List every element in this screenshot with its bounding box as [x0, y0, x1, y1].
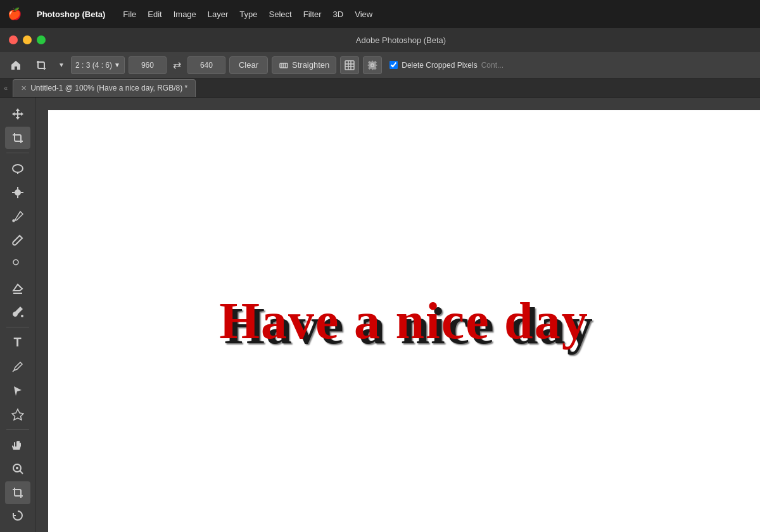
main-area: T: [0, 98, 760, 532]
svg-point-19: [21, 315, 23, 317]
straighten-icon: [279, 60, 289, 70]
tab-close-icon[interactable]: ✕: [21, 84, 27, 92]
gear-icon: [367, 60, 377, 70]
aspect-ratio-chevron-icon: ▼: [114, 61, 120, 68]
svg-point-9: [13, 165, 23, 172]
options-bar: ▼ 2 : 3 (4 : 6) ▼ ⇄ Clear Straighten: [0, 52, 760, 79]
collapse-icon[interactable]: «: [4, 84, 8, 92]
window-title: Adobe Photoshop (Beta): [51, 35, 751, 45]
aspect-ratio-dropdown[interactable]: 2 : 3 (4 : 6) ▼: [71, 56, 125, 74]
canvas-area: Have a nice day: [35, 98, 760, 532]
svg-point-11: [15, 189, 21, 196]
overlay-grid-button[interactable]: [340, 56, 359, 74]
close-button[interactable]: [9, 35, 18, 44]
delete-pixels-checkbox[interactable]: [390, 61, 398, 69]
content-aware-label: Cont...: [481, 61, 504, 70]
menu-filter[interactable]: Filter: [303, 10, 322, 19]
fullscreen-button[interactable]: [37, 35, 46, 44]
tool-paint-bucket[interactable]: [5, 300, 30, 323]
tool-lasso[interactable]: [5, 157, 30, 180]
tool-brush[interactable]: [5, 229, 30, 251]
sidebar-divider-3: [6, 429, 29, 430]
tool-clone-stamp[interactable]: [5, 253, 30, 276]
menu-file[interactable]: File: [123, 10, 136, 19]
menu-view[interactable]: View: [355, 10, 372, 19]
tool-zoom[interactable]: [5, 457, 30, 480]
app-name: Photoshop (Beta): [37, 10, 105, 19]
svg-marker-20: [12, 409, 23, 420]
width-input[interactable]: [129, 56, 167, 74]
svg-rect-4: [345, 61, 354, 70]
grid-icon: [345, 60, 355, 70]
straighten-label: Straighten: [292, 60, 329, 70]
menu-edit[interactable]: Edit: [148, 10, 162, 19]
tool-crop-bottom[interactable]: [5, 481, 30, 504]
aspect-ratio-label: 2 : 3 (4 : 6): [75, 61, 112, 70]
canvas-text: Have a nice day: [219, 291, 588, 351]
tool-hand[interactable]: [5, 434, 30, 457]
document-tab[interactable]: ✕ Untitled-1 @ 100% (Have a nice day, RG…: [13, 79, 196, 97]
active-tool-indicator: [5, 481, 30, 527]
svg-point-16: [13, 220, 15, 222]
delete-pixels-option: Delete Cropped Pixels: [390, 61, 477, 70]
menu-image[interactable]: Image: [174, 10, 196, 19]
home-button[interactable]: [5, 56, 27, 75]
svg-point-17: [13, 260, 18, 265]
minimize-button[interactable]: [23, 35, 32, 44]
tool-type[interactable]: T: [5, 331, 30, 354]
menu-3d[interactable]: 3D: [333, 10, 344, 19]
tool-healing-brush[interactable]: [5, 181, 30, 204]
svg-line-22: [20, 471, 23, 474]
settings-button[interactable]: [363, 56, 382, 74]
delete-pixels-label: Delete Cropped Pixels: [402, 61, 477, 70]
apple-logo-icon: 🍎: [8, 7, 22, 21]
clear-button[interactable]: Clear: [229, 56, 268, 74]
sidebar-divider-1: [6, 153, 29, 153]
ruler-left: [35, 110, 48, 532]
tool-pen[interactable]: [5, 355, 30, 378]
tool-eyedropper[interactable]: [5, 205, 30, 228]
tool-eraser[interactable]: [5, 277, 30, 300]
tab-bar: « ✕ Untitled-1 @ 100% (Have a nice day, …: [0, 79, 760, 98]
canvas[interactable]: Have a nice day: [48, 110, 760, 532]
swap-dimensions-button[interactable]: ⇄: [170, 59, 184, 71]
menu-bar: 🍎 Photoshop (Beta) File Edit Image Layer…: [0, 0, 760, 28]
sidebar: T: [0, 98, 35, 532]
tool-path-select[interactable]: [5, 379, 30, 402]
crop-dropdown-button[interactable]: ▼: [56, 56, 67, 75]
crop-tool-button[interactable]: [30, 56, 52, 75]
window-chrome: Adobe Photoshop (Beta): [0, 28, 760, 52]
tool-crop[interactable]: [5, 127, 30, 149]
sidebar-divider-2: [6, 327, 29, 327]
tab-title: Untitled-1 @ 100% (Have a nice day, RGB/…: [30, 84, 187, 92]
tool-move[interactable]: [5, 103, 30, 125]
ruler-top: [35, 98, 760, 110]
menu-layer[interactable]: Layer: [208, 10, 229, 19]
height-input[interactable]: [187, 56, 225, 74]
menu-type[interactable]: Type: [239, 10, 257, 19]
tool-shape[interactable]: [5, 403, 30, 426]
menu-select[interactable]: Select: [269, 10, 292, 19]
straighten-button[interactable]: Straighten: [272, 56, 336, 74]
tool-rotate[interactable]: [5, 504, 30, 527]
